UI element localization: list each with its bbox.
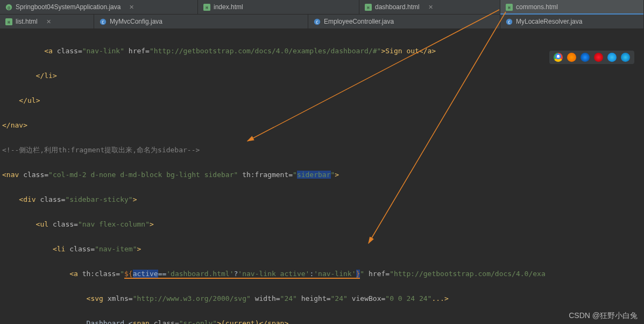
tab-commons-html[interactable]: Hcommons.html [500, 0, 644, 14]
chrome-icon[interactable] [554, 53, 563, 62]
tab-row-1: @Springboot04SystemApplication.java✕Hind… [0, 0, 644, 15]
svg-text:H: H [206, 5, 208, 10]
firefox-icon[interactable] [567, 53, 576, 62]
svg-text:H: H [508, 5, 510, 10]
code-line: <svg xmlns="http://www.w3.org/2000/svg" … [2, 292, 644, 305]
tab-label: commons.html [516, 3, 558, 11]
tab-label: MyLocaleResolver.java [516, 18, 582, 25]
tab-Springboot04SystemApplication-java[interactable]: @Springboot04SystemApplication.java✕ [0, 0, 198, 14]
close-icon[interactable]: ✕ [46, 18, 51, 25]
svg-text:C: C [508, 19, 510, 24]
code-editor[interactable]: <a class="nav-link" href="http://getboot… [0, 29, 644, 324]
code-line: Dashboard <span class="sr-only">(current… [2, 317, 644, 324]
tab-label: Springboot04SystemApplication.java [16, 3, 121, 11]
watermark: CSDN @狂野小白兔 [569, 311, 638, 321]
svg-text:C: C [316, 19, 318, 24]
svg-text:C: C [102, 19, 104, 24]
close-icon[interactable]: ✕ [129, 4, 134, 11]
code-line: </ul> [2, 94, 644, 107]
safari-icon[interactable] [581, 53, 590, 62]
editor-tabs: @Springboot04SystemApplication.java✕Hind… [0, 0, 644, 29]
code-line: <!--侧边栏,利用th:fragment提取出来,命名为sidebar--> [2, 144, 644, 156]
tab-label: EmployeeController.java [324, 18, 394, 25]
close-icon[interactable]: ✕ [428, 4, 433, 11]
tab-label: dashboard.html [375, 3, 420, 11]
code-line: <li class="nav-item"> [2, 243, 644, 255]
svg-text:@: @ [8, 5, 10, 10]
tab-label: MyMvcConfig.java [110, 18, 162, 25]
tab-row-2: Hlist.html✕CMyMvcConfig.javaCEmployeeCon… [0, 15, 644, 29]
edge-icon[interactable] [621, 53, 630, 62]
tab-dashboard-html[interactable]: Hdashboard.html✕ [359, 0, 500, 14]
tab-MyLocaleResolver-java[interactable]: CMyLocaleResolver.java [500, 15, 644, 29]
tab-list-html[interactable]: Hlist.html✕ [0, 15, 94, 29]
ie-icon[interactable] [607, 53, 617, 62]
code-line: <nav class="col-md-2 d-none d-md-block b… [2, 168, 644, 181]
tab-MyMvcConfig-java[interactable]: CMyMvcConfig.java [94, 15, 308, 29]
code-line: <div class="sidebar-sticky"> [2, 193, 644, 206]
opera-icon[interactable] [594, 53, 603, 62]
code-line: <ul class="nav flex-column"> [2, 218, 644, 230]
tab-index-html[interactable]: Hindex.html [198, 0, 359, 14]
code-line: <a class="nav-link" href="http://getboot… [2, 45, 644, 57]
code-line: </nav> [2, 119, 644, 131]
browser-icons-toolbar [549, 51, 634, 64]
tab-label: index.html [214, 3, 243, 11]
svg-text:H: H [8, 19, 10, 24]
svg-text:H: H [367, 5, 369, 10]
code-line: <a th:class="${active=='dashboard.html'?… [2, 267, 644, 280]
code-line: </li> [2, 69, 644, 82]
tab-label: list.html [16, 18, 38, 25]
tab-EmployeeController-java[interactable]: CEmployeeController.java [308, 15, 500, 29]
